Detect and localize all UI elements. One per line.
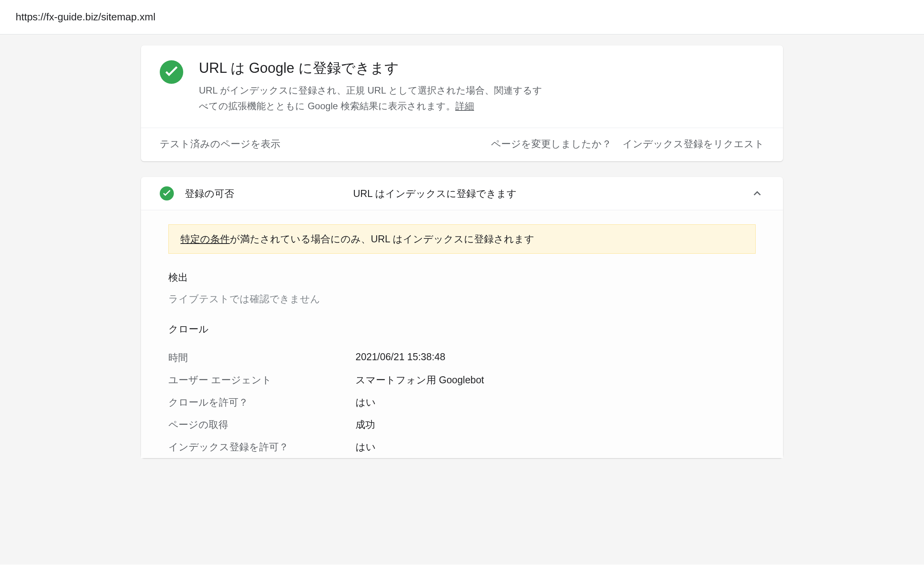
kv-val: はい	[356, 440, 376, 453]
view-tested-page-link[interactable]: テスト済みのページを表示	[160, 137, 280, 150]
discovery-section-text: ライブテストでは確認できません	[168, 292, 756, 305]
kv-key: 時間	[168, 351, 356, 364]
card-actions: テスト済みのページを表示 ページを変更しましたか？ インデックス登録をリクエスト	[141, 128, 783, 161]
kv-key: インデックス登録を許可？	[168, 440, 356, 453]
kv-key: クロールを許可？	[168, 396, 356, 409]
url-text: https://fx-guide.biz/sitemap.xml	[16, 11, 155, 23]
crawl-kv-list: 時間 2021/06/21 15:38:48 ユーザー エージェント スマートフ…	[168, 347, 756, 458]
coverage-body: 特定の条件が満たされている場合にのみ、URL はインデックスに登録されます 検出…	[141, 210, 783, 458]
crawl-section-title: クロール	[168, 323, 756, 336]
status-title-prefix: URL は	[199, 60, 249, 76]
status-desc-line2: べての拡張機能とともに Google 検索結果に表示されます。	[199, 101, 455, 111]
status-header: URL は Google に登録できます URL がインデックスに登録され、正規…	[141, 45, 783, 128]
coverage-header[interactable]: 登録の可否 URL はインデックスに登録できます	[141, 177, 783, 210]
url-bar: https://fx-guide.biz/sitemap.xml	[0, 0, 924, 34]
kv-key: ページの取得	[168, 418, 356, 431]
status-description: URL がインデックスに登録され、正規 URL として選択された場合、関連するす…	[199, 83, 542, 114]
notice-conditions-link[interactable]: 特定の条件	[180, 233, 230, 244]
status-title: URL は Google に登録できます	[199, 59, 542, 78]
chevron-up-icon	[750, 186, 764, 200]
learn-more-link[interactable]: 詳細	[455, 101, 474, 111]
discovery-section-title: 検出	[168, 271, 756, 284]
kv-val: はい	[356, 396, 376, 409]
table-row: クロールを許可？ はい	[168, 391, 756, 413]
kv-val: スマートフォン用 Googlebot	[356, 374, 484, 386]
kv-val: 2021/06/21 15:38:48	[356, 351, 445, 364]
page-changed-link[interactable]: ページを変更しましたか？	[491, 137, 612, 150]
checkmark-circle-icon	[160, 186, 174, 200]
coverage-label: 登録の可否	[185, 187, 353, 200]
coverage-value: URL はインデックスに登録できます	[353, 187, 750, 200]
status-card: URL は Google に登録できます URL がインデックスに登録され、正規…	[141, 45, 783, 161]
table-row: ページの取得 成功	[168, 413, 756, 436]
kv-val: 成功	[356, 418, 375, 431]
table-row: ユーザー エージェント スマートフォン用 Googlebot	[168, 369, 756, 391]
status-title-bold: Google	[249, 60, 294, 76]
table-row: 時間 2021/06/21 15:38:48	[168, 347, 756, 369]
checkmark-circle-icon	[160, 60, 183, 84]
status-title-suffix: に登録できます	[294, 60, 399, 76]
content-area: URL は Google に登録できます URL がインデックスに登録され、正規…	[0, 34, 924, 565]
notice-text: が満たされている場合にのみ、URL はインデックスに登録されます	[230, 233, 534, 244]
status-text-block: URL は Google に登録できます URL がインデックスに登録され、正規…	[199, 59, 542, 114]
table-row: インデックス登録を許可？ はい	[168, 436, 756, 458]
request-indexing-link[interactable]: インデックス登録をリクエスト	[623, 137, 764, 150]
status-desc-line1: URL がインデックスに登録され、正規 URL として選択された場合、関連するす	[199, 85, 542, 96]
coverage-card: 登録の可否 URL はインデックスに登録できます 特定の条件が満たされている場合…	[141, 177, 783, 458]
kv-key: ユーザー エージェント	[168, 374, 356, 386]
notice-box: 特定の条件が満たされている場合にのみ、URL はインデックスに登録されます	[168, 224, 756, 254]
